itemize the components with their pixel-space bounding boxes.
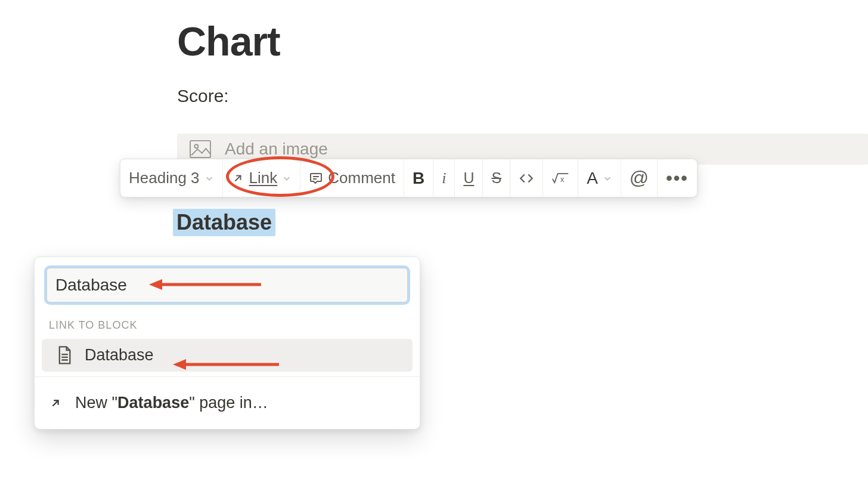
page-icon <box>56 347 73 364</box>
code-icon <box>519 171 534 186</box>
arrow-up-right-icon <box>49 397 62 410</box>
underline-button[interactable]: U <box>455 159 483 197</box>
link-search-popup: LINK TO BLOCK Database New "Database" pa… <box>34 257 420 429</box>
link-section-label: LINK TO BLOCK <box>35 316 420 339</box>
equation-button[interactable]: x <box>543 159 578 197</box>
at-glyph: @ <box>630 167 649 189</box>
selected-heading-text[interactable]: Database <box>173 209 275 236</box>
link-button[interactable]: Link <box>223 159 301 197</box>
text-color-glyph: A <box>587 169 598 188</box>
image-placeholder-text: Add an image <box>225 140 328 159</box>
formatting-toolbar: Heading 3 Link Comment B i U S <box>120 159 698 197</box>
svg-text:x: x <box>560 175 565 184</box>
comment-icon <box>309 171 323 186</box>
more-icon: ••• <box>666 168 689 188</box>
bold-button[interactable]: B <box>404 159 433 197</box>
italic-button[interactable]: i <box>433 159 455 197</box>
comment-label: Comment <box>328 169 395 187</box>
code-button[interactable] <box>510 159 543 197</box>
underline-glyph: U <box>463 169 474 187</box>
link-search-input[interactable] <box>46 268 408 302</box>
comment-button[interactable]: Comment <box>300 159 404 197</box>
svg-rect-0 <box>190 141 210 157</box>
block-type-label: Heading 3 <box>129 169 200 187</box>
link-label: Link <box>249 169 278 187</box>
svg-point-1 <box>194 144 198 148</box>
image-icon <box>189 140 212 159</box>
arrow-up-right-icon <box>231 172 244 185</box>
mention-button[interactable]: @ <box>621 159 658 197</box>
more-button[interactable]: ••• <box>658 159 697 197</box>
text-color-button[interactable]: A <box>578 159 621 197</box>
popup-divider <box>35 376 420 377</box>
sqrt-icon: x <box>551 171 569 186</box>
italic-glyph: i <box>442 169 446 187</box>
link-result-item[interactable]: Database <box>42 339 413 372</box>
score-property[interactable]: Score: <box>177 86 280 106</box>
new-page-option[interactable]: New "Database" page in… <box>35 381 420 424</box>
chevron-down-icon <box>282 174 292 183</box>
link-result-label: Database <box>85 346 154 364</box>
strikethrough-button[interactable]: S <box>483 159 510 197</box>
new-page-text: New "Database" page in… <box>75 394 268 412</box>
chevron-down-icon <box>603 174 612 183</box>
page-title[interactable]: Chart <box>177 18 280 64</box>
strike-glyph: S <box>491 169 501 187</box>
block-type-dropdown[interactable]: Heading 3 <box>120 159 223 197</box>
search-input-wrap <box>46 268 408 302</box>
page-body: Chart Score: <box>177 18 280 128</box>
bold-glyph: B <box>413 169 424 188</box>
chevron-down-icon <box>204 174 214 183</box>
